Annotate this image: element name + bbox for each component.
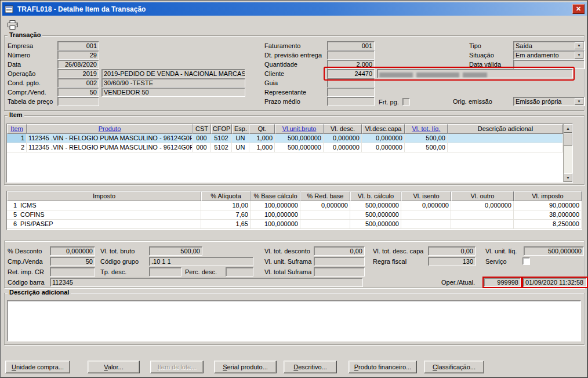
oper-atual-user-field[interactable]: 999998 [484, 278, 521, 287]
tp-desc-field[interactable] [149, 267, 182, 277]
tax-cell[interactable] [451, 210, 514, 220]
chevron-down-icon[interactable]: ▼ [575, 98, 583, 105]
item-cell[interactable]: 500,000000 [275, 143, 324, 152]
serial-produto-button[interactable]: Serial produto... [214, 361, 277, 373]
vl-tot-bruto-field[interactable]: 500,00 [149, 246, 202, 256]
vl-unit-suframa-field[interactable] [314, 257, 365, 266]
produto-financeiro-button[interactable]: Produto financeiro... [349, 361, 417, 373]
tax-cell[interactable]: 0,000000 [451, 201, 514, 210]
print-button[interactable] [5, 19, 20, 31]
tax-cell[interactable]: 7,60 [201, 210, 251, 220]
tax-cell[interactable]: 0,000000 [401, 201, 451, 210]
col-qt[interactable]: Qt. [249, 124, 275, 134]
col-vl-tot-liq[interactable]: Vl. tot. líq. [405, 124, 448, 134]
col-vl-unit-bruto[interactable]: Vl.unit.bruto [275, 124, 324, 134]
tax-cell[interactable] [401, 210, 451, 220]
pct-desconto-field[interactable]: 0,000000 [50, 246, 95, 256]
tax-cell[interactable]: 500,000000 [350, 210, 401, 220]
valor-button[interactable]: Valor... [88, 361, 140, 373]
col-vl-imposto[interactable]: Vl. imposto [514, 191, 582, 201]
descritivo-button[interactable]: Descritivo... [284, 361, 337, 373]
unidade-compra-button[interactable]: Unidade compra... [5, 361, 70, 373]
frt-pg-checkbox[interactable] [402, 98, 410, 106]
data-field[interactable]: 26/08/2020 [57, 60, 99, 69]
item-cell[interactable] [448, 143, 563, 152]
item-cell[interactable]: UN [232, 134, 249, 143]
item-cell[interactable]: 500,00 [405, 134, 448, 143]
tax-cell[interactable]: 90,000000 [514, 201, 582, 210]
chevron-down-icon[interactable]: ▼ [575, 42, 583, 49]
tax-cell[interactable] [451, 220, 514, 229]
dt-previsao-entrega-field[interactable] [327, 50, 375, 60]
representante-field[interactable] [327, 88, 375, 97]
tax-row[interactable]: 1ICMS 18,00 100,000000 0,000000 500,0000… [7, 201, 582, 210]
tax-cell[interactable]: 1ICMS [7, 201, 201, 210]
cliente-name-field[interactable] [377, 69, 573, 78]
cmp-venda-field[interactable]: 50 [50, 257, 95, 266]
vl-unit-liq-field[interactable]: 500,000000 [524, 246, 584, 256]
item-cell[interactable]: 5102 [211, 143, 232, 152]
item-cell[interactable]: 112345 .VIN - RELOGIO PUMA MASCULINO - 9… [27, 134, 193, 143]
tax-cell[interactable] [300, 220, 350, 229]
tax-cell[interactable]: 6PIS/PASEP [7, 220, 201, 229]
faturamento-field[interactable]: 001 [327, 41, 375, 50]
tax-cell[interactable]: 18,00 [201, 201, 251, 210]
tax-cell[interactable]: 5COFINS [7, 210, 201, 220]
compr-vend-field[interactable]: 50 [57, 88, 99, 97]
item-row[interactable]: 2 112345 .VIN - RELOGIO PUMA MASCULINO -… [7, 143, 563, 152]
prazo-medio-field[interactable] [327, 97, 375, 106]
vl-tot-desc-capa-field[interactable]: 0,00 [428, 246, 476, 256]
col-produto[interactable]: Produto [27, 124, 193, 134]
vl-total-suframa-field[interactable] [314, 267, 365, 277]
item-row[interactable]: 1 112345 .VIN - RELOGIO PUMA MASCULINO -… [7, 134, 563, 143]
descricao-adicional-textarea[interactable] [7, 300, 581, 341]
oper-atual-datetime-field[interactable]: 01/09/2020 11:32:58 [523, 278, 587, 287]
cond-pgto-field[interactable]: 002 [57, 78, 99, 88]
guia-field[interactable] [327, 78, 375, 88]
perc-desc-field[interactable] [226, 267, 253, 277]
tax-cell[interactable]: 100,000000 [251, 210, 300, 220]
col-cst[interactable]: CST [193, 124, 211, 134]
tax-cell[interactable]: 1,65 [201, 220, 251, 229]
scroll-up-icon[interactable]: ▲ [564, 124, 572, 133]
ret-imp-cr-field[interactable] [50, 267, 95, 277]
item-cell[interactable]: 1 [7, 134, 27, 143]
item-cell[interactable]: 500,000000 [275, 134, 324, 143]
scrollbar-thumb[interactable] [564, 133, 572, 146]
numero-field[interactable]: 29 [57, 50, 99, 60]
situacao-select[interactable]: Em andamento▼ [513, 50, 585, 60]
item-cell[interactable]: 000 [193, 134, 211, 143]
empresa-field[interactable]: 001 [57, 41, 99, 50]
close-button[interactable]: ✕ [572, 4, 585, 14]
cond-pgto-desc-field[interactable]: 30/60/90 -TESTE [101, 78, 245, 88]
item-cell[interactable]: 0,000000 [324, 134, 362, 143]
tax-cell[interactable]: 100,000000 [251, 201, 300, 210]
col-aliquota[interactable]: % Alíquota [201, 191, 251, 201]
col-vl-desc[interactable]: Vl. desc. [324, 124, 362, 134]
tax-row[interactable]: 5COFINS 7,60 100,000000 500,000000 38,00… [7, 210, 582, 220]
item-cell[interactable]: 1,000 [249, 143, 275, 152]
item-cell[interactable]: 000 [193, 143, 211, 152]
col-imposto[interactable]: Imposto [7, 191, 201, 201]
col-cfop[interactable]: CFOP [211, 124, 232, 134]
item-cell[interactable]: UN [232, 143, 249, 152]
item-cell[interactable]: 0,000000 [362, 143, 405, 152]
col-red-base[interactable]: % Red. base [300, 191, 350, 201]
col-vl-b-calculo[interactable]: Vl. b. cálculo [350, 191, 401, 201]
tax-cell[interactable]: 8,250000 [514, 220, 582, 229]
tax-cell[interactable]: 100,000000 [251, 220, 300, 229]
operacao-desc-field[interactable]: 2019-PEDIDO DE VENDA - NACIONAL MARCAS [101, 69, 245, 78]
item-cell[interactable]: 0,000000 [324, 143, 362, 152]
tax-cell[interactable] [300, 210, 350, 220]
item-cell[interactable]: 0,000000 [362, 134, 405, 143]
col-vl-outro[interactable]: Vl. outro [451, 191, 514, 201]
tax-cell[interactable]: 0,000000 [300, 201, 350, 210]
data-valida-field[interactable] [513, 60, 585, 69]
codigo-grupo-field[interactable]: .10 1 1 [149, 257, 253, 266]
col-base-calculo[interactable]: % Base cálculo [251, 191, 300, 201]
tipo-select[interactable]: Saída▼ [513, 41, 585, 50]
item-cell[interactable]: 1,000 [249, 134, 275, 143]
codigo-barra-field[interactable]: 112345 [50, 278, 363, 287]
operacao-field[interactable]: 2019 [57, 69, 99, 78]
col-vl-desc-capa[interactable]: Vl.desc.capa [362, 124, 405, 134]
